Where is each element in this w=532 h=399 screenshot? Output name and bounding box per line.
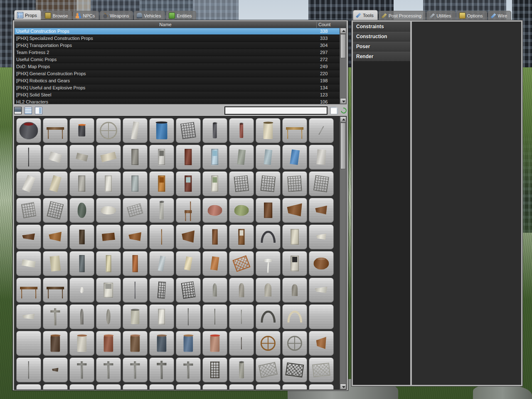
prop-thumbnail-green-couch[interactable] (229, 198, 254, 223)
prop-thumbnail-empty[interactable] (16, 384, 41, 390)
save-icon[interactable] (14, 107, 22, 114)
category-row[interactable]: [PHX] Solid Steel123 (15, 91, 340, 99)
right-tab-post-processing[interactable]: Post Processing (379, 11, 426, 20)
prop-thumbnail-table-top[interactable] (43, 224, 68, 249)
prop-thumbnail-cream-door[interactable] (43, 171, 68, 196)
prop-thumbnail-wire-net[interactable] (43, 198, 68, 223)
prop-thumbnail-wooden-cart-frame[interactable] (282, 118, 307, 143)
prop-thumbnail-steel-truss[interactable] (282, 357, 307, 382)
prop-thumbnail-red-door[interactable] (176, 145, 201, 170)
prop-thumbnail-metal-rod[interactable] (309, 118, 334, 143)
prop-thumbnail-empty[interactable] (309, 304, 334, 329)
refresh-icon[interactable] (340, 106, 347, 114)
prop-thumbnail-dark-door-panels[interactable] (69, 224, 94, 249)
scroll-down-button[interactable] (340, 98, 346, 104)
left-tab-entities[interactable]: Entities (166, 11, 196, 20)
category-row[interactable]: Useful Construction Props338 (15, 28, 340, 35)
prop-thumbnail-cream-plank[interactable] (176, 251, 201, 276)
prop-thumbnail-utility-pole[interactable] (96, 357, 121, 382)
prop-thumbnail-white-paneled-door[interactable] (96, 171, 121, 196)
prop-thumbnail-empty[interactable] (43, 384, 68, 390)
prop-thumbnail-wire-gate[interactable] (176, 118, 201, 143)
scroll-down-button[interactable] (340, 384, 346, 389)
prop-thumbnail-stone-cross[interactable] (43, 304, 68, 329)
prop-thumbnail-empty[interactable] (202, 384, 227, 390)
scrollbar-thumb[interactable] (340, 34, 346, 58)
prop-thumbnail-empty[interactable] (16, 331, 41, 356)
prop-thumbnail-white-lockers[interactable] (149, 304, 174, 329)
right-tab-tools[interactable]: Tools (353, 10, 378, 20)
prop-thumbnail-brown-cabinet[interactable] (256, 198, 281, 223)
prop-thumbnail-grey-door-2[interactable] (69, 171, 94, 196)
prop-thumbnail-rusted-barrel[interactable] (43, 331, 68, 356)
right-tab-options[interactable]: Options (456, 11, 487, 20)
detail-view-icon[interactable] (35, 107, 42, 114)
left-tab-npcs[interactable]: NPCs (73, 11, 99, 20)
prop-thumbnail-stone-pillar[interactable] (229, 357, 254, 382)
prop-thumbnail-wooden-desk[interactable] (282, 198, 307, 223)
prop-thumbnail-lamp-post[interactable] (16, 145, 41, 170)
prop-thumbnail-empty[interactable] (309, 384, 334, 390)
prop-thumbnail-wire-gate-tall[interactable] (149, 278, 174, 303)
prop-thumbnail-concrete-urn[interactable] (123, 304, 148, 329)
prop-thumbnail-white-door-green-window[interactable] (202, 171, 227, 196)
prop-thumbnail-wire-railing[interactable] (123, 198, 148, 223)
list-view-icon[interactable] (25, 107, 32, 114)
prop-thumbnail-grave-ledger[interactable] (309, 278, 334, 303)
prop-thumbnail-pulley-wheel[interactable] (282, 331, 307, 356)
prop-thumbnail-utility-pole-arm[interactable] (149, 357, 174, 382)
prop-thumbnail-wire-cage[interactable] (176, 278, 201, 303)
prop-thumbnail-orange-plank[interactable] (202, 251, 227, 276)
right-tab-utilities[interactable]: Utilities (426, 11, 455, 20)
prop-thumbnail-empty[interactable] (69, 384, 94, 390)
prop-thumbnail-brown-barrel[interactable] (123, 331, 148, 356)
scroll-up-button[interactable] (340, 116, 346, 122)
prop-thumbnail-bone-hook[interactable] (282, 304, 307, 329)
prop-thumbnail-empty[interactable] (123, 384, 148, 390)
prop-thumbnail-orange-wood-door[interactable] (149, 171, 174, 196)
prop-thumbnail-door-fragment[interactable] (123, 118, 148, 143)
prop-thumbnail-white-door-flat[interactable] (16, 171, 41, 196)
prop-thumbnail-hand-tool[interactable] (43, 357, 68, 382)
prop-thumbnail-brown-table[interactable] (123, 224, 148, 249)
prop-thumbnail-tall-cabinet[interactable] (229, 224, 254, 249)
prop-thumbnail-white-door-window[interactable] (149, 145, 174, 170)
category-row[interactable]: [PHX] Robotics and Gears198 (15, 77, 340, 84)
scroll-up-button[interactable] (340, 28, 346, 34)
prop-thumbnail-propane-tank[interactable] (256, 118, 281, 143)
prop-thumbnail-utility-pole[interactable] (176, 357, 201, 382)
prop-thumbnail-wagon-wheel[interactable] (96, 118, 121, 143)
prop-thumbnail-white-barrel[interactable] (69, 331, 94, 356)
prop-thumbnail-gravestone[interactable] (202, 278, 227, 303)
prop-thumbnail-dome-building[interactable] (16, 118, 41, 143)
prop-thumbnail-pale-blue-panel[interactable] (256, 145, 281, 170)
prop-thumbnail-gravestone-round[interactable] (256, 278, 281, 303)
prop-thumbnail-washing-machine[interactable] (96, 278, 121, 303)
prop-thumbnail-wooden-chair[interactable] (176, 198, 201, 223)
prop-thumbnail-fountain[interactable] (69, 198, 94, 223)
prop-thumbnail-wire-fence[interactable] (16, 198, 41, 223)
prop-thumbnail-chain-gate[interactable] (282, 171, 307, 196)
prop-thumbnail-steel-channel[interactable] (69, 251, 94, 276)
prop-thumbnail-stone-statue[interactable] (96, 304, 121, 329)
tool-category-render[interactable]: Render (353, 52, 410, 62)
prop-thumbnail-bathtub[interactable] (96, 198, 121, 223)
prop-thumbnail-wire-bridge[interactable] (309, 357, 334, 382)
category-row[interactable]: HL2 Characters106 (15, 99, 340, 104)
scrollbar-thumb[interactable] (340, 123, 346, 169)
prop-thumbnail-blue-grey-door[interactable] (123, 171, 148, 196)
category-row[interactable]: Useful Comic Props272 (15, 56, 340, 63)
prop-thumbnail-drums-on-sled[interactable] (69, 118, 94, 143)
prop-thumbnail-red-door-window[interactable] (176, 171, 201, 196)
name-column-header[interactable]: Name (15, 22, 317, 28)
prop-thumbnail-wire-scaffold[interactable] (256, 357, 281, 382)
prop-thumbnail-chain-gate[interactable] (229, 171, 254, 196)
left-tab-browse[interactable]: Browse (42, 11, 72, 20)
prop-thumbnail-thin-plank[interactable] (149, 224, 174, 249)
prop-thumbnail-cream-cabinet[interactable] (282, 224, 307, 249)
prop-thumbnail-toilet-paper[interactable] (69, 278, 94, 303)
category-row[interactable]: [PHX] General Construction Props220 (15, 70, 340, 77)
prop-thumbnail-utility-pole[interactable] (69, 357, 94, 382)
prop-thumbnail-round-table[interactable] (309, 251, 334, 276)
prop-thumbnail-brown-dresser[interactable] (96, 224, 121, 249)
